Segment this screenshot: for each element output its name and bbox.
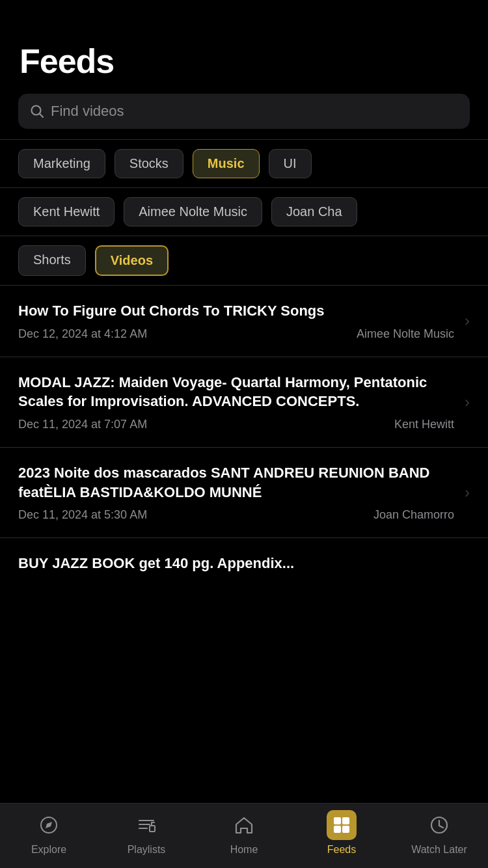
tab-home-label: Home: [230, 844, 258, 856]
video-item-2[interactable]: MODAL JAZZ: Maiden Voyage- Quartal Harmo…: [0, 357, 488, 448]
tab-feeds-label: Feeds: [327, 844, 356, 856]
video-channel-1: Aimee Nolte Music: [357, 327, 454, 341]
svg-rect-11: [342, 817, 349, 824]
video-item-3-content: 2023 Noite dos mascarados SANT ANDREU RE…: [18, 463, 454, 522]
tab-playlists-label: Playlists: [128, 844, 166, 856]
tab-explore-icon: [34, 810, 64, 840]
svg-rect-13: [342, 826, 349, 833]
svg-rect-7: [150, 826, 155, 832]
video-meta-2: Dec 11, 2024 at 7:07 AM Kent Hewitt: [18, 418, 454, 431]
video-item-4-partial[interactable]: BUY JAZZ BOOK get 140 pg. Appendix...: [0, 538, 488, 581]
video-item-2-content: MODAL JAZZ: Maiden Voyage- Quartal Harmo…: [18, 373, 454, 431]
search-placeholder: Find videos: [51, 103, 124, 120]
tab-feeds[interactable]: Feeds: [309, 810, 374, 856]
tab-watch-later[interactable]: Watch Later: [407, 810, 472, 856]
chip-ui[interactable]: UI: [269, 149, 312, 178]
chip-aimee-nolte[interactable]: Aimee Nolte Music: [124, 197, 262, 226]
search-icon: [30, 104, 44, 118]
video-title-1: How To Figure Out Chords To TRICKY Songs: [18, 301, 454, 321]
page-title: Feeds: [20, 42, 468, 81]
svg-rect-12: [334, 826, 341, 833]
video-meta-1: Dec 12, 2024 at 4:12 AM Aimee Nolte Musi…: [18, 327, 454, 341]
chevron-icon-2: ›: [465, 393, 470, 411]
status-bar: [0, 0, 488, 29]
chevron-icon-3: ›: [465, 483, 470, 502]
filter-chips-row1: Marketing Stocks Music UI: [0, 140, 488, 188]
video-title-3: 2023 Noite dos mascarados SANT ANDREU RE…: [18, 463, 454, 502]
tab-explore-label: Explore: [31, 844, 66, 856]
search-container: Find videos: [0, 87, 488, 139]
video-date-1: Dec 12, 2024 at 4:12 AM: [18, 327, 147, 341]
svg-marker-3: [46, 822, 52, 828]
video-date-3: Dec 11, 2024 at 5:30 AM: [18, 508, 147, 522]
tab-explore[interactable]: Explore: [16, 810, 81, 856]
chip-stocks[interactable]: Stocks: [115, 149, 183, 178]
tab-home[interactable]: Home: [211, 810, 277, 856]
page-container: Feeds Find videos Marketing Stocks Music…: [0, 0, 488, 868]
tab-watch-later-label: Watch Later: [411, 844, 467, 856]
tab-home-icon: [229, 810, 259, 840]
header: Feeds: [0, 29, 488, 87]
tab-bar: Explore Playlists Home: [0, 803, 488, 868]
tab-feeds-icon: [327, 810, 357, 840]
tab-playlists-icon: [131, 810, 161, 840]
video-item-1-content: How To Figure Out Chords To TRICKY Songs…: [18, 301, 454, 341]
chip-kent-hewitt[interactable]: Kent Hewitt: [18, 197, 115, 226]
chip-videos[interactable]: Videos: [95, 245, 169, 276]
video-date-2: Dec 11, 2024 at 7:07 AM: [18, 418, 147, 431]
video-title-2: MODAL JAZZ: Maiden Voyage- Quartal Harmo…: [18, 373, 454, 411]
svg-line-16: [439, 826, 443, 828]
video-channel-3: Joan Chamorro: [373, 508, 454, 522]
video-meta-3: Dec 11, 2024 at 5:30 AM Joan Chamorro: [18, 508, 454, 522]
content-type-row: Shorts Videos: [0, 236, 488, 286]
filter-chips-row2: Kent Hewitt Aimee Nolte Music Joan Cha: [0, 188, 488, 236]
video-item-1[interactable]: How To Figure Out Chords To TRICKY Songs…: [0, 286, 488, 357]
svg-line-1: [40, 114, 43, 117]
search-bar[interactable]: Find videos: [18, 94, 470, 129]
video-item-3[interactable]: 2023 Noite dos mascarados SANT ANDREU RE…: [0, 448, 488, 538]
chip-music[interactable]: Music: [193, 149, 260, 178]
video-channel-2: Kent Hewitt: [394, 418, 454, 431]
tab-playlists[interactable]: Playlists: [114, 810, 179, 856]
video-list: How To Figure Out Chords To TRICKY Songs…: [0, 286, 488, 803]
chip-marketing[interactable]: Marketing: [18, 149, 105, 178]
svg-rect-10: [334, 817, 341, 824]
chip-shorts[interactable]: Shorts: [18, 245, 86, 276]
tab-watch-later-icon: [424, 810, 454, 840]
video-title-4: BUY JAZZ BOOK get 140 pg. Appendix...: [18, 554, 470, 573]
chevron-icon-1: ›: [465, 312, 470, 330]
chip-joan-cha[interactable]: Joan Cha: [271, 197, 357, 226]
